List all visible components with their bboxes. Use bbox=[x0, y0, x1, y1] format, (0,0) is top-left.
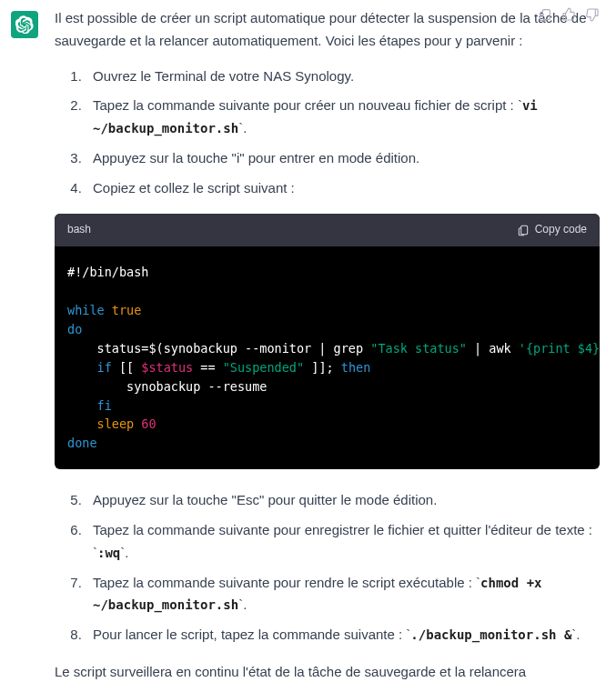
code-content: #!/bin/bash while true do status=$(synob… bbox=[55, 246, 600, 469]
inline-code: :wq bbox=[97, 546, 120, 560]
code-token bbox=[67, 416, 97, 431]
code-token: "Task status" bbox=[370, 341, 467, 356]
step-text: Appuyez sur la touche "i" pour entrer en… bbox=[93, 150, 419, 165]
code-token: '{print $4}' bbox=[519, 341, 600, 356]
code-token: $status bbox=[141, 360, 193, 375]
code-token: 60 bbox=[134, 416, 156, 431]
assistant-message: Il est possible de créer un script autom… bbox=[0, 0, 616, 682]
assistant-avatar bbox=[11, 11, 38, 38]
list-item: Tapez la commande suivante pour créer un… bbox=[86, 95, 600, 140]
thumbs-up-icon[interactable] bbox=[561, 7, 576, 22]
list-item: Ouvrez le Terminal de votre NAS Synology… bbox=[86, 65, 600, 88]
step-suffix: . bbox=[243, 597, 247, 612]
list-item: Tapez la commande suivante pour enregist… bbox=[86, 519, 600, 565]
step-suffix: . bbox=[243, 120, 247, 135]
step-text: Copiez et collez le script suivant : bbox=[93, 180, 295, 196]
code-token: do bbox=[67, 322, 82, 336]
list-item: Appuyez sur la touche "i" pour entrer en… bbox=[86, 147, 600, 170]
step-suffix: . bbox=[125, 545, 128, 560]
svg-rect-1 bbox=[520, 226, 527, 234]
code-token bbox=[67, 398, 97, 413]
code-token: then bbox=[341, 360, 371, 375]
steps-list-1: Ouvrez le Terminal de votre NAS Synology… bbox=[55, 65, 600, 200]
code-lang-label: bash bbox=[67, 221, 91, 239]
copy-code-label: Copy code bbox=[535, 221, 587, 239]
code-token bbox=[67, 360, 97, 375]
step-text: Tapez la commande suivante pour enregist… bbox=[93, 522, 592, 537]
code-token: true bbox=[112, 303, 142, 317]
copy-code-button[interactable]: Copy code bbox=[517, 221, 587, 239]
code-token: [[ bbox=[112, 360, 142, 375]
clipboard-icon bbox=[517, 224, 530, 236]
step-text: Tapez la commande suivante pour créer un… bbox=[93, 97, 518, 113]
message-actions bbox=[55, 7, 600, 22]
code-token: status=$(synobackup --monitor | grep bbox=[67, 341, 370, 356]
svg-rect-0 bbox=[542, 10, 550, 20]
list-item: Pour lancer le script, tapez la commande… bbox=[86, 624, 600, 647]
list-item: Tapez la commande suivante pour rendre l… bbox=[86, 572, 600, 617]
thumbs-down-icon[interactable] bbox=[585, 7, 600, 22]
outro-text-a: Le script surveillera en continu l'état … bbox=[55, 664, 526, 682]
code-token: | awk bbox=[467, 341, 519, 356]
code-token: "Suspended" bbox=[223, 360, 304, 375]
inline-code: ./backup_monitor.sh & bbox=[410, 627, 571, 642]
code-token: == bbox=[193, 360, 223, 375]
code-block: bash Copy code #!/bin/bash while true do… bbox=[55, 214, 600, 469]
code-token: #!/bin/bash bbox=[67, 265, 148, 279]
code-token: if bbox=[97, 360, 112, 375]
step-text: Pour lancer le script, tapez la commande… bbox=[93, 627, 406, 642]
code-token: while bbox=[67, 303, 105, 317]
steps-list-2: Appuyez sur la touche "Esc" pour quitter… bbox=[55, 489, 600, 647]
outro-paragraph: Le script surveillera en continu l'état … bbox=[55, 661, 600, 682]
step-text: Tapez la commande suivante pour rendre l… bbox=[93, 575, 476, 590]
code-token: done bbox=[67, 436, 97, 450]
message-content: Il est possible de créer un script autom… bbox=[55, 9, 605, 682]
code-token: synobackup --resume bbox=[67, 379, 267, 394]
clipboard-icon[interactable] bbox=[538, 7, 552, 22]
list-item: Copiez et collez le script suivant : bbox=[86, 177, 600, 200]
code-token: sleep bbox=[97, 416, 135, 431]
step-text: Appuyez sur la touche "Esc" pour quitter… bbox=[93, 492, 437, 507]
openai-logo-icon bbox=[15, 15, 34, 34]
code-block-header: bash Copy code bbox=[55, 214, 600, 246]
step-suffix: . bbox=[576, 627, 580, 642]
step-text: Ouvrez le Terminal de votre NAS Synology… bbox=[93, 68, 354, 84]
code-token: ]]; bbox=[304, 360, 341, 375]
code-token: fi bbox=[97, 398, 112, 413]
list-item: Appuyez sur la touche "Esc" pour quitter… bbox=[86, 489, 600, 512]
